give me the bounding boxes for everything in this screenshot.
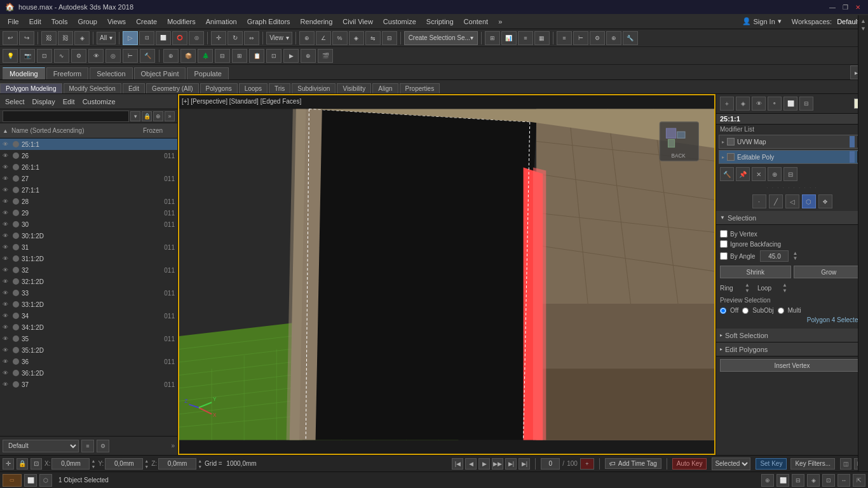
scale-button[interactable]: ⇔ — [244, 31, 259, 45]
menu-more[interactable]: » — [493, 17, 507, 27]
display-btn[interactable]: 👁 — [88, 49, 104, 63]
subtab-align[interactable]: Align — [372, 83, 398, 93]
bottom-icon4[interactable]: ◈ — [807, 474, 820, 487]
eye-icon[interactable]: 👁 — [3, 244, 10, 250]
sel-edge-icon[interactable]: ╱ — [769, 194, 783, 208]
scene-item[interactable]: 👁 25:1:1 — [0, 139, 177, 150]
expand-left-btn[interactable]: » — [171, 442, 175, 449]
eye-icon[interactable]: 👁 — [3, 198, 10, 205]
scene-item[interactable]: 👁 29 011 — [0, 207, 177, 219]
set-key-button[interactable]: Set Key — [756, 458, 787, 470]
rp-settings-icon[interactable]: ⊟ — [799, 97, 813, 111]
tab-selection[interactable]: Selection — [90, 67, 132, 79]
prev-frame-button[interactable]: ◀ — [465, 458, 477, 470]
helper-btn[interactable]: ⊡ — [37, 49, 52, 63]
maximize-button[interactable]: ❐ — [840, 2, 850, 12]
eye-icon[interactable]: 👁 — [3, 347, 10, 353]
layers-btn[interactable]: ≡ — [557, 31, 572, 45]
expand-button[interactable]: » — [165, 111, 175, 121]
systems-btn[interactable]: ⚙ — [71, 49, 86, 63]
panel-display-label[interactable]: Display — [30, 97, 58, 107]
play-all-button[interactable]: ▶▶ — [492, 458, 503, 470]
minimize-button[interactable]: — — [827, 2, 837, 12]
mod-tool-pin[interactable]: 📌 — [736, 167, 750, 181]
by-angle-spinner[interactable]: ▲ ▼ — [792, 251, 797, 261]
rp-display-icon[interactable]: 👁 — [752, 97, 766, 111]
extra-tool8[interactable]: ▶ — [283, 49, 299, 63]
scene-item[interactable]: 👁 26:1:1 — [0, 161, 177, 173]
scene-item[interactable]: 👁 36 011 — [0, 356, 177, 367]
search-settings-button[interactable]: ⊕ — [153, 111, 163, 121]
statusbar-lock-icon[interactable]: 🔒 — [17, 458, 28, 470]
next-frame-button[interactable]: ▶| — [505, 458, 517, 470]
scene-item[interactable]: 👁 27 011 — [0, 173, 177, 184]
scene-item[interactable]: 👁 30 011 — [0, 219, 177, 230]
view-controls-1[interactable]: ◫ — [840, 458, 851, 470]
go-start-button[interactable]: |◀ — [452, 458, 463, 470]
modifier-epoly[interactable]: ▸ Editable Poly — [719, 150, 865, 164]
light-btn[interactable]: 💡 — [3, 49, 18, 63]
mod-tool-paste[interactable]: ⊟ — [783, 167, 797, 181]
subtab-loops[interactable]: Loops — [239, 83, 268, 93]
eye-icon[interactable]: 👁 — [3, 164, 10, 170]
graph-btn[interactable]: 📊 — [501, 31, 517, 45]
menu-group[interactable]: Group — [72, 17, 102, 27]
extra-tool6[interactable]: 📋 — [249, 49, 264, 63]
bind-button[interactable]: ◈ — [74, 31, 90, 45]
soft-selection-header[interactable]: ▸ Soft Selection ⋯ — [716, 329, 868, 342]
tab-object-paint[interactable]: Object Paint — [134, 67, 186, 79]
sel-border-icon[interactable]: ◁ — [785, 194, 799, 208]
bottom-icon1[interactable]: ⊕ — [761, 474, 774, 487]
scene-item[interactable]: 👁 34 011 — [0, 310, 177, 322]
eye-icon[interactable]: 👁 — [3, 301, 10, 308]
add-time-tag-button[interactable]: 🏷 Add Time Tag — [605, 458, 661, 469]
align-btn[interactable]: ⊟ — [382, 31, 397, 45]
move-button[interactable]: ✛ — [211, 31, 226, 45]
list-btn[interactable]: ≡ — [518, 31, 533, 45]
scene-item[interactable]: 👁 34:1:2D — [0, 322, 177, 333]
extra-tool3[interactable]: 🌲 — [198, 49, 213, 63]
select-region-button[interactable]: ⊡ — [139, 31, 154, 45]
key-filters-button[interactable]: Key Filters... — [790, 458, 835, 470]
named-sets-btn[interactable]: ⊞ — [485, 31, 500, 45]
menu-civil-view[interactable]: Civil View — [337, 17, 377, 27]
eye-icon[interactable]: 👁 — [3, 267, 10, 273]
z-input[interactable] — [158, 458, 196, 470]
view-dropdown[interactable]: View ▾ — [266, 32, 292, 44]
sel-vertex-icon[interactable]: · — [752, 194, 766, 208]
subtab-geometry-all[interactable]: Geometry (All) — [146, 83, 198, 93]
statusbar-move-icon[interactable]: ✛ — [3, 458, 14, 470]
undo-button[interactable]: ↩ — [3, 31, 18, 45]
preview-off-radio[interactable] — [720, 308, 726, 314]
layer-settings-btn[interactable]: ⚙ — [97, 440, 109, 452]
rp-cube-icon[interactable]: ⬜ — [783, 97, 797, 111]
extra1[interactable]: ⚙ — [590, 31, 605, 45]
extra-tool10[interactable]: 🎬 — [318, 49, 333, 63]
current-frame-input[interactable] — [541, 458, 560, 470]
by-vertex-checkbox[interactable] — [720, 230, 728, 238]
eye-icon[interactable]: 👁 — [3, 313, 10, 319]
redo-button[interactable]: ↪ — [19, 31, 34, 45]
eye-icon[interactable]: 👁 — [3, 370, 10, 376]
bottom-icon2[interactable]: ⬜ — [776, 474, 789, 487]
motion-btn[interactable]: ◎ — [105, 49, 121, 63]
bottom-icon3[interactable]: ⊟ — [792, 474, 804, 487]
spinner-snap[interactable]: ◈ — [349, 31, 364, 45]
x-spinner[interactable]: ▲ ▼ — [91, 458, 95, 470]
x-input[interactable] — [51, 458, 90, 470]
lasso-select-button[interactable]: ⭕ — [172, 31, 187, 45]
angle-snap[interactable]: ∠ — [316, 31, 331, 45]
hierarchy-btn[interactable]: ⊢ — [573, 31, 588, 45]
sel-elem-icon[interactable]: ❖ — [818, 194, 832, 208]
subtab-modify-selection[interactable]: Modify Selection — [64, 83, 121, 93]
eye-icon[interactable]: 👁 — [3, 381, 10, 388]
scene-item[interactable]: 👁 33:1:2D — [0, 299, 177, 310]
camera-btn[interactable]: 📷 — [20, 49, 35, 63]
menu-graph-editors[interactable]: Graph Editors — [242, 17, 295, 27]
panel-select-label[interactable]: Select — [3, 97, 27, 107]
go-end-button[interactable]: ▶| — [519, 458, 530, 470]
extra2[interactable]: ⊕ — [606, 31, 621, 45]
extra-tool4[interactable]: ⊟ — [215, 49, 230, 63]
by-angle-input[interactable] — [760, 250, 789, 262]
scene-item[interactable]: 👁 37 011 — [0, 379, 177, 390]
